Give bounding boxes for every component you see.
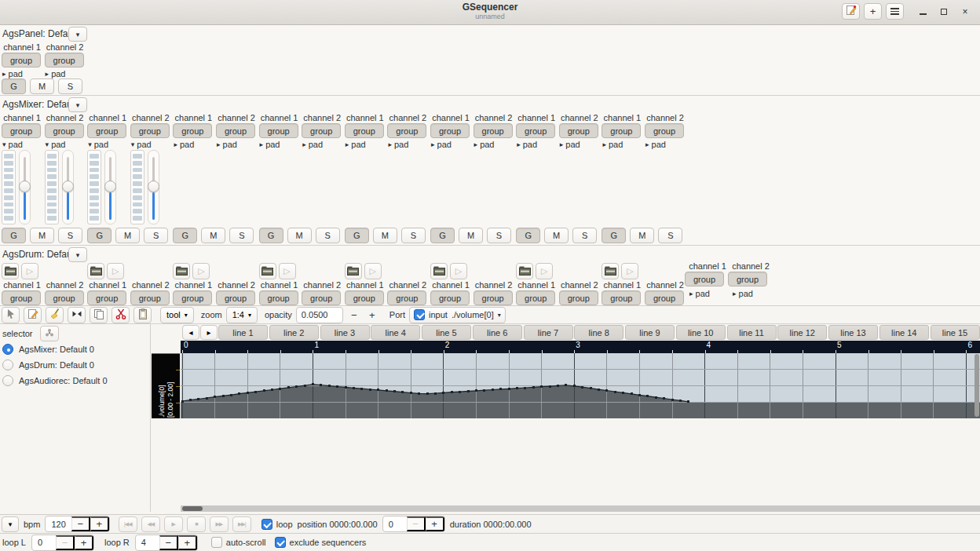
slider-knob[interactable] [104, 181, 116, 192]
group-button[interactable]: group [645, 123, 684, 138]
g-toggle-button[interactable]: G [87, 228, 112, 243]
maximize-button[interactable] [935, 3, 953, 20]
volume-slider[interactable] [19, 150, 31, 224]
m-toggle-button[interactable]: M [373, 228, 397, 243]
tab-line-13[interactable]: line 13 [828, 325, 878, 340]
tabs-scroll-left-button[interactable]: ◂ [182, 325, 199, 340]
seek-backward-button[interactable]: ◀◀ [141, 516, 160, 532]
pad-expander[interactable]: ▸pad [302, 140, 323, 149]
group-button[interactable]: group [2, 123, 41, 138]
copy-button[interactable] [90, 307, 108, 323]
paste-button[interactable] [133, 307, 152, 323]
g-toggle-button[interactable]: G [345, 228, 369, 243]
group-button[interactable]: group [45, 123, 84, 138]
group-button[interactable]: group [685, 272, 724, 286]
volume-slider[interactable] [62, 150, 74, 224]
clear-button[interactable] [46, 307, 64, 323]
g-toggle-button[interactable]: G [2, 78, 26, 94]
group-button[interactable]: group [430, 123, 470, 138]
pad-expander[interactable]: ▸pad [560, 140, 580, 149]
tab-line-8[interactable]: line 8 [574, 325, 623, 340]
g-toggle-button[interactable]: G [259, 228, 283, 243]
m-toggle-button[interactable]: M [544, 228, 569, 243]
bpm-spinner[interactable]: 120 − + [45, 516, 109, 532]
group-button[interactable]: group [387, 123, 426, 138]
tab-line-10[interactable]: line 10 [676, 325, 726, 340]
add-machine-button[interactable]: + [864, 3, 882, 20]
group-button[interactable]: group [259, 123, 298, 138]
pad-expander[interactable]: ▸pad [346, 140, 366, 149]
pad-expander[interactable]: ▸pad [46, 69, 66, 78]
plot-vertical-scrollbar[interactable] [975, 354, 979, 417]
tab-line-5[interactable]: line 5 [422, 325, 471, 340]
stop-button[interactable]: ■ [187, 516, 206, 532]
pad-expander[interactable]: ▾pad [46, 140, 66, 149]
group-button[interactable]: group [345, 123, 384, 138]
pad-expander[interactable]: ▸pad [474, 140, 495, 149]
loop-left-decrement-button[interactable]: − [56, 535, 75, 550]
group-button[interactable]: group [216, 123, 255, 138]
opacity-value-field[interactable]: 0.0500 [296, 307, 343, 323]
input-checkbox[interactable]: input [414, 309, 448, 320]
g-toggle-button[interactable]: G [602, 228, 626, 243]
pad-expander[interactable]: ▾pad [2, 140, 23, 149]
pad-expander[interactable]: ▸pad [645, 140, 666, 149]
s-toggle-button[interactable]: S [487, 228, 511, 243]
selector-nav-button[interactable] [40, 326, 59, 341]
pad-expander[interactable]: ▸pad [388, 140, 408, 149]
seek-forward-button[interactable]: ▶▶ [210, 516, 229, 532]
m-toggle-button[interactable]: M [287, 228, 312, 243]
position-increment-button[interactable]: + [426, 516, 444, 531]
loop-right-increment-button[interactable]: + [178, 535, 197, 550]
navigation-expander-button[interactable]: ▾ [2, 516, 19, 532]
g-toggle-button[interactable]: G [430, 228, 455, 243]
pad-expander[interactable]: ▸pad [733, 289, 753, 298]
radio-button[interactable] [2, 375, 13, 386]
volume-slider[interactable] [104, 150, 116, 224]
automation-plot[interactable] [181, 353, 980, 418]
port-combo[interactable]: input ./volume[0] ▾ [409, 307, 506, 323]
group-button[interactable]: group [559, 123, 598, 138]
slider-knob[interactable] [148, 181, 159, 192]
tabs-scroll-right-button[interactable]: ▸ [200, 325, 218, 340]
tab-line-9[interactable]: line 9 [625, 325, 675, 340]
selector-option[interactable]: AgsAudiorec: Default 0 [0, 373, 150, 389]
group-button[interactable]: group [173, 123, 212, 138]
select-button[interactable] [68, 307, 86, 323]
s-toggle-button[interactable]: S [144, 228, 168, 243]
tab-line-15[interactable]: line 15 [931, 325, 980, 340]
tab-line-14[interactable]: line 14 [879, 325, 929, 340]
play-button[interactable]: ▶ [164, 516, 183, 532]
m-toggle-button[interactable]: M [201, 228, 225, 243]
loop-left-spinner[interactable]: 0 − + [31, 535, 94, 551]
opacity-decrement-button[interactable]: − [347, 307, 361, 323]
loop-right-decrement-button[interactable]: − [159, 535, 178, 550]
group-button[interactable]: group [516, 123, 555, 138]
group-button[interactable]: group [302, 123, 341, 138]
skip-forward-button[interactable]: ▶▶| [232, 516, 251, 532]
bpm-increment-button[interactable]: + [90, 516, 109, 531]
bpm-decrement-button[interactable]: − [71, 516, 90, 531]
machine-menu-dropdown[interactable]: ▾ [68, 97, 87, 112]
tool-dropdown[interactable]: tool▾ [160, 307, 194, 323]
position-spinner[interactable]: 0 − + [382, 516, 445, 532]
selector-option[interactable]: AgsMixer: Default 0 [0, 341, 150, 357]
tab-line-11[interactable]: line 11 [727, 325, 777, 340]
pad-expander[interactable]: ▾pad [88, 140, 108, 149]
tab-line-12[interactable]: line 12 [777, 325, 827, 340]
group-button[interactable]: group [45, 53, 84, 68]
pad-expander[interactable]: ▸pad [174, 140, 194, 149]
volume-slider[interactable] [148, 150, 159, 224]
tab-line-6[interactable]: line 6 [473, 325, 522, 340]
position-decrement-button[interactable]: − [407, 516, 426, 531]
g-toggle-button[interactable]: G [2, 228, 26, 243]
tab-line-1[interactable]: line 1 [218, 325, 268, 340]
m-toggle-button[interactable]: M [115, 228, 140, 243]
pad-expander[interactable]: ▸pad [517, 140, 537, 149]
close-button[interactable]: × [956, 3, 974, 20]
m-toggle-button[interactable]: M [630, 228, 654, 243]
loop-checkbox[interactable]: loop [261, 519, 293, 530]
auto-scroll-checkbox[interactable]: auto-scroll [211, 537, 266, 548]
group-button[interactable]: group [602, 123, 641, 138]
edit-file-button[interactable] [842, 3, 860, 20]
